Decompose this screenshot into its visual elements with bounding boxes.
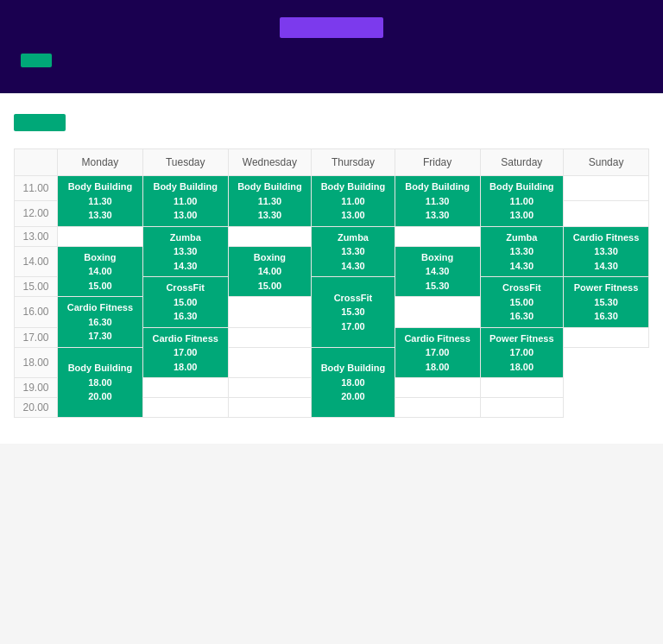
event-cell[interactable]: Boxing14.3015.30: [395, 246, 480, 297]
empty-cell: [564, 176, 649, 201]
table-row: 13.00Zumba13.3014.30Zumba13.3014.30Zumba…: [15, 226, 649, 246]
event-cell[interactable]: Boxing14.0015.00: [58, 246, 143, 297]
event-cell[interactable]: Body Building11.3013.30: [58, 176, 143, 227]
time-label-16.00: 16.00: [15, 297, 58, 328]
time-label-15.00: 15.00: [15, 277, 58, 297]
time-label-11.00: 11.00: [15, 176, 58, 201]
event-cell[interactable]: Cardio Fitness13.3014.30: [564, 226, 649, 277]
day-header-monday: Monday: [58, 149, 143, 176]
event-cell[interactable]: Zumba13.3014.30: [142, 226, 228, 277]
event-cell[interactable]: CrossFit15.3017.00: [312, 277, 395, 348]
day-header-tuesday: Tuesday: [142, 149, 228, 176]
event-cell[interactable]: Cardio Fitness17.0018.00: [142, 327, 228, 378]
event-cell[interactable]: Body Building11.3013.30: [395, 176, 480, 227]
time-label-20.00: 20.00: [15, 398, 58, 418]
empty-cell: [142, 398, 228, 418]
empty-cell: [564, 327, 649, 347]
empty-cell: [142, 378, 228, 398]
empty-cell: [480, 398, 564, 418]
event-cell[interactable]: Boxing14.0015.00: [228, 246, 312, 297]
event-cell[interactable]: CrossFit15.0016.30: [142, 277, 228, 328]
page-header: [0, 0, 663, 93]
event-cell[interactable]: Body Building18.0020.00: [312, 347, 395, 418]
empty-cell: [228, 347, 312, 378]
calendar-header: MondayTuesdayWednesdayThursdayFridaySatu…: [15, 149, 649, 176]
day-header-friday: Friday: [395, 149, 480, 176]
time-label-17.00: 17.00: [15, 327, 58, 347]
time-label-19.00: 19.00: [15, 378, 58, 398]
event-cell[interactable]: Body Building11.3013.30: [228, 176, 312, 227]
empty-cell: [228, 297, 312, 328]
calendar-table: MondayTuesdayWednesdayThursdayFridaySatu…: [14, 148, 649, 418]
event-cell[interactable]: Body Building11.0013.00: [480, 176, 564, 227]
time-label-12.00: 12.00: [15, 201, 58, 226]
day-header-sunday: Sunday: [564, 149, 649, 176]
main-content: MondayTuesdayWednesdayThursdayFridaySatu…: [0, 93, 663, 444]
time-label-13.00: 13.00: [15, 226, 58, 246]
booking-title: [21, 54, 52, 67]
empty-cell: [228, 226, 312, 246]
event-cell[interactable]: CrossFit15.0016.30: [480, 277, 564, 328]
empty-cell: [228, 398, 312, 418]
day-header-saturday: Saturday: [480, 149, 564, 176]
purchase-button[interactable]: [280, 17, 383, 38]
empty-cell: [395, 398, 480, 418]
event-cell[interactable]: Power Fitness15.3016.30: [564, 277, 649, 328]
time-label-14.00: 14.00: [15, 246, 58, 277]
event-cell[interactable]: Power Fitness17.0018.00: [480, 327, 564, 378]
empty-cell: [228, 378, 312, 398]
day-header-thursday: Thursday: [312, 149, 395, 176]
all-events-button[interactable]: [14, 114, 66, 131]
time-label-18.00: 18.00: [15, 347, 58, 378]
empty-cell: [58, 226, 143, 246]
empty-cell: [395, 378, 480, 398]
event-cell[interactable]: Body Building11.0013.00: [142, 176, 228, 227]
event-cell[interactable]: Cardio Fitness17.0018.00: [395, 327, 480, 378]
time-header: [15, 149, 58, 176]
empty-cell: [564, 201, 649, 226]
event-cell[interactable]: Zumba13.3014.30: [312, 226, 395, 277]
empty-cell: [228, 327, 312, 347]
table-row: 11.00Body Building11.3013.30Body Buildin…: [15, 176, 649, 201]
event-cell[interactable]: Body Building18.0020.00: [58, 347, 143, 418]
day-header-wednesday: Wednesday: [228, 149, 312, 176]
event-cell[interactable]: Body Building11.0013.00: [312, 176, 395, 227]
event-cell[interactable]: Cardio Fitness16.3017.30: [58, 297, 143, 348]
empty-cell: [480, 378, 564, 398]
empty-cell: [395, 226, 480, 246]
event-cell[interactable]: Zumba13.3014.30: [480, 226, 564, 277]
